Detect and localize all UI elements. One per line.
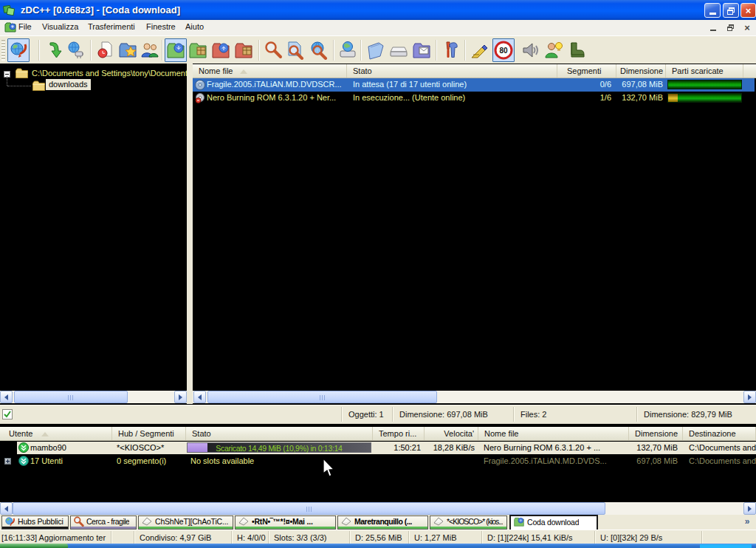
tab-maretranquillo[interactable]: Maretranquillo (... <box>337 516 428 530</box>
col-dimensione[interactable]: Dimensione <box>616 64 666 78</box>
hub-icon <box>141 516 153 527</box>
download-user-icon <box>18 456 29 466</box>
toolbar-grip[interactable] <box>1 40 5 61</box>
toolbar-separator <box>258 40 260 61</box>
reconnect-icon <box>44 41 63 60</box>
expand-icon[interactable] <box>4 458 11 465</box>
col-hub-segmenti[interactable]: Hub / Segmenti <box>112 427 186 440</box>
search-button[interactable] <box>262 38 284 62</box>
folder-tree-panel: C:\Documents and Settings\tony\Document … <box>0 64 187 404</box>
col-tempo[interactable]: Tempo ri... <box>373 427 425 440</box>
menu-aiuto[interactable]: Aiuto <box>185 22 204 31</box>
transfer-row-mambo90[interactable]: mambo90 *<KIOSCO>* Scaricato 14,49 MiB (… <box>0 442 756 455</box>
queue-cell-size: 132,70 MiB <box>616 93 663 102</box>
scroll-left-arrow[interactable] <box>0 502 13 515</box>
settings-icon <box>441 41 460 60</box>
tab-status-underline <box>236 527 335 529</box>
own-filelist-icon <box>389 41 408 60</box>
taskbar-item <box>700 544 752 548</box>
transfer-cell-file: Fragile.2005.iTALiAN.MD.DVDS... <box>484 456 626 465</box>
col-segmenti[interactable]: Segmenti <box>557 64 616 78</box>
speed-limiter-button[interactable]: 80 <box>492 38 515 62</box>
open-own-filelist-button[interactable] <box>388 38 410 62</box>
queue-row-fragile[interactable]: Fragile.2005.iTALiAN.MD.DVDSCR... In att… <box>193 78 755 92</box>
start-button[interactable] <box>0 544 68 548</box>
mdi-close-button[interactable]: × <box>741 22 753 32</box>
shutdown-boot-button[interactable] <box>565 38 587 62</box>
maximize-button[interactable] <box>723 3 739 18</box>
tab-overflow-button[interactable]: » <box>740 516 754 527</box>
tab-hubs-pubblici[interactable]: Hubs Pubblici <box>1 516 69 530</box>
open-filelist-button[interactable] <box>365 38 387 62</box>
mdi-minimize-button[interactable] <box>707 22 719 32</box>
transfers-h-scrollbar[interactable] <box>0 502 756 515</box>
notepad-button[interactable] <box>410 38 433 62</box>
waiting-users-button[interactable] <box>210 38 232 62</box>
tab-coda-download[interactable]: Coda download <box>509 515 598 530</box>
adl-search-icon <box>286 41 305 60</box>
status-dimensione-total: Dimensione: 829,79 MiB <box>636 407 751 422</box>
tab-status-underline <box>71 527 136 529</box>
transfers-header: Utente Hub / Segmenti Stato Tempo ri... … <box>0 427 756 441</box>
finished-downloads-button[interactable] <box>187 38 209 62</box>
settings-button[interactable] <box>439 38 461 62</box>
col-nome-file[interactable]: Nome file <box>193 64 347 78</box>
col-stato[interactable]: Stato <box>186 427 373 440</box>
close-button[interactable]: × <box>740 3 756 18</box>
transfer-cell-size: 697,08 MiB <box>629 456 678 465</box>
scroll-thumb[interactable] <box>207 391 437 403</box>
download-queue-button[interactable] <box>165 38 187 62</box>
tab-chshnet[interactable]: ChShNeT][ChAoTiC... <box>138 516 233 530</box>
tab-kiosco[interactable]: *<KIOSCO>* (kios... <box>430 516 507 530</box>
hub-icon <box>340 516 352 527</box>
col-velocita[interactable]: Velocita' <box>425 427 478 440</box>
panel-splitter[interactable] <box>187 64 193 404</box>
finished-uploads-button[interactable] <box>233 38 255 62</box>
scroll-left-arrow[interactable] <box>0 391 13 403</box>
status-files: Files: 2 <box>513 407 636 422</box>
col-utente[interactable]: Utente <box>0 427 112 440</box>
tree-h-scrollbar[interactable] <box>0 391 187 403</box>
queue-row-nero[interactable]: Nero Burning ROM 6.3.1.20 + Ner... In es… <box>193 92 756 105</box>
recent-hubs-button[interactable] <box>94 38 117 62</box>
notepad-edit-button[interactable] <box>468 38 490 62</box>
scroll-thumb[interactable] <box>13 502 605 515</box>
adl-search-button[interactable] <box>284 38 306 62</box>
scroll-right-arrow[interactable] <box>743 502 756 515</box>
col-stato[interactable]: Stato <box>347 64 557 78</box>
status-shared: Condiviso: 4,97 GiB <box>134 531 231 544</box>
favorite-hubs-button[interactable] <box>117 38 139 62</box>
scroll-thumb[interactable] <box>14 391 128 403</box>
queue-h-scrollbar[interactable] <box>193 391 756 403</box>
menu-finestre[interactable]: Finestre <box>146 22 176 31</box>
autodrop-checkbox[interactable] <box>2 409 13 419</box>
col-dimensione[interactable]: Dimensione <box>629 427 683 440</box>
queue-progressbar <box>667 93 742 103</box>
menu-file[interactable]: File <box>18 22 32 31</box>
scroll-right-arrow[interactable] <box>174 391 187 403</box>
queue-cell-name: Nero Burning ROM 6.3.1.20 + Ner... <box>207 93 346 102</box>
away-mode-button[interactable] <box>543 38 565 62</box>
search-spy-button[interactable] <box>307 38 329 62</box>
menu-visualizza[interactable]: Visualizza <box>42 22 78 31</box>
transfer-cell-hub: *<KIOSCO>* <box>117 443 185 452</box>
col-destinazione[interactable]: Destinazione <box>683 427 756 440</box>
download-folder-icon <box>513 516 525 527</box>
scroll-left-arrow[interactable] <box>193 391 206 403</box>
public-hubs-button[interactable] <box>7 38 30 62</box>
sound-toggle-button[interactable] <box>520 38 542 62</box>
scroll-right-arrow[interactable] <box>743 391 756 403</box>
tab-cerca-fragile[interactable]: Cerca - fragile <box>70 516 137 530</box>
mdi-restore-button[interactable] <box>724 22 736 32</box>
transfer-row-fragile-users[interactable]: 17 Utenti 0 segmento(i) No slots availab… <box>0 455 756 468</box>
minimize-button[interactable] <box>704 3 721 18</box>
col-parti-scaricate[interactable]: Parti scaricate <box>666 64 743 78</box>
reconnect-button[interactable] <box>43 38 65 62</box>
tab-rtn[interactable]: •RtN•‾™*!¤•Mai ... <box>235 516 336 530</box>
follow-redirect-button[interactable] <box>65 38 87 62</box>
network-statistics-button[interactable] <box>337 38 359 62</box>
favorite-users-button[interactable] <box>139 38 161 62</box>
menu-trasferimenti[interactable]: Trasferimenti <box>88 22 135 31</box>
tree-downloads-label[interactable]: downloads <box>46 79 91 90</box>
col-nome-file[interactable]: Nome file <box>478 427 629 440</box>
